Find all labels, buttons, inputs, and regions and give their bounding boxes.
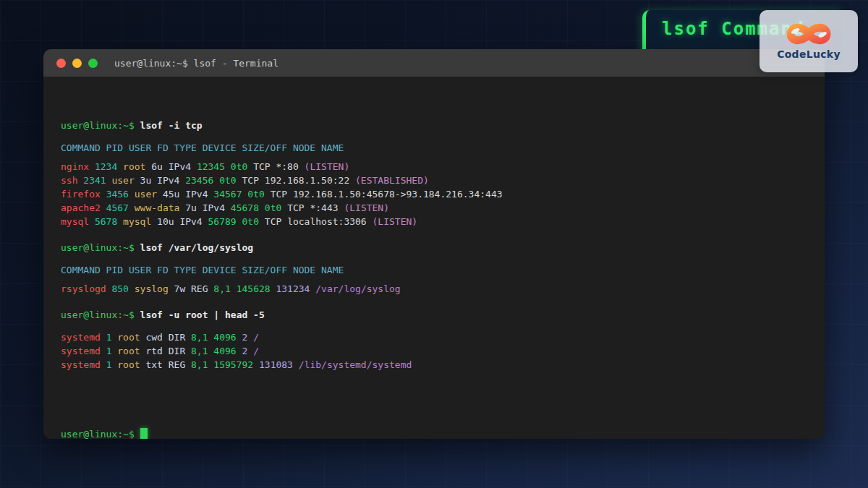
token-process: mysql: [61, 216, 89, 227]
terminal-titlebar[interactable]: user@linux:~$ lsof - Terminal: [43, 49, 825, 77]
command-text: lsof -u root | head -5: [140, 309, 265, 320]
desktop-background: lsof Command user@linux:~$ lsof - Termin…: [0, 0, 868, 488]
token-node: 2: [242, 332, 248, 343]
output-row: systemd 1 root rtd DIR 8,1 4096 2 /: [61, 344, 807, 358]
token-num: 145628: [237, 283, 271, 294]
token-fd: cwd: [145, 332, 162, 343]
token-status: (LISTEN): [305, 161, 350, 172]
codelucky-infinity-logo-icon: [773, 16, 845, 52]
token-process: nginx: [61, 161, 89, 172]
token-fd: IPv4: [169, 161, 191, 172]
token-process: firefox: [61, 189, 101, 200]
token-path: /: [253, 346, 259, 356]
token-pid: 850: [111, 283, 128, 294]
token-path: /: [253, 332, 259, 343]
token-plain: TCP: [265, 216, 281, 227]
token-node: 131083: [259, 359, 293, 370]
token-process: ssh: [61, 175, 77, 186]
token-plain: TCP: [253, 161, 270, 172]
token-user: root: [117, 346, 140, 356]
token-plain: 192.168.1.50:22: [265, 175, 349, 186]
brand-name: CodeLucky: [777, 48, 841, 60]
terminal-output: user@linux:~$ lsof -i tcpCOMMAND PID USE…: [61, 119, 807, 372]
command-line: user@linux:~$ lsof -u root | head -5: [61, 308, 807, 322]
token-user: root: [117, 332, 140, 343]
token-fd: REG: [191, 283, 208, 294]
token-fd: rtd: [145, 346, 162, 356]
terminal-section: user@linux:~$ lsof /var/log/syslogCOMMAN…: [61, 241, 807, 296]
token-user: root: [123, 161, 145, 172]
token-fd: 10u: [157, 216, 174, 227]
output-row: rsyslogd 850 syslog 7w REG 8,1 145628 13…: [61, 282, 807, 296]
output-row: systemd 1 root cwd DIR 8,1 4096 2 /: [61, 330, 807, 344]
token-user: user: [111, 175, 134, 186]
token-num: 8,1: [191, 332, 208, 343]
token-user: root: [117, 359, 140, 370]
output-row: systemd 1 root txt REG 8,1 1595792 13108…: [61, 358, 807, 372]
token-plain: *:80: [276, 161, 298, 172]
token-status: (LISTEN): [344, 202, 389, 213]
token-num: 4096: [213, 332, 236, 343]
command-text: lsof /var/log/syslog: [140, 242, 254, 253]
token-plain: *:443: [310, 202, 338, 213]
token-fd: 3u: [140, 175, 152, 186]
token-num: 4096: [213, 346, 236, 356]
terminal-content[interactable]: user@linux:~$ lsof -i tcpCOMMAND PID USE…: [43, 77, 825, 439]
shell-prompt: user@linux:~$: [61, 309, 140, 320]
token-pid: 4567: [106, 202, 129, 213]
token-plain: localhost:3306: [287, 216, 367, 227]
token-num: 34567: [213, 189, 242, 200]
token-num: 8,1: [191, 346, 208, 356]
token-plain: TCP: [271, 189, 287, 200]
token-num: 0t0: [242, 216, 259, 227]
token-fd: 7w: [174, 283, 186, 294]
codelucky-watermark: CodeLucky: [760, 10, 858, 72]
terminal-window: user@linux:~$ lsof - Terminal user@linux…: [43, 49, 825, 439]
token-num: 56789: [208, 216, 237, 227]
token-fd: IPv4: [185, 189, 208, 200]
token-fd: IPv4: [179, 216, 202, 227]
terminal-section: user@linux:~$ lsof -u root | head -5syst…: [61, 308, 807, 372]
token-num: 0t0: [219, 175, 236, 186]
shell-prompt: user@linux:~$: [61, 429, 135, 439]
token-pid: 2341: [83, 175, 106, 186]
command-line: user@linux:~$ lsof /var/log/syslog: [61, 241, 807, 254]
token-node: 2: [242, 346, 248, 356]
output-header: COMMAND PID USER FD TYPE DEVICE SIZE/OFF…: [61, 263, 807, 277]
token-pid: 1234: [95, 161, 117, 172]
token-user: mysql: [123, 216, 151, 227]
token-num: 12345: [197, 161, 225, 172]
zoom-button[interactable]: [88, 59, 98, 68]
token-fd: txt: [145, 359, 162, 370]
token-num: 0t0: [265, 202, 281, 213]
token-path: /var/log/syslog: [315, 283, 400, 294]
token-process: apache2: [61, 202, 101, 213]
minimize-button[interactable]: [72, 59, 82, 68]
token-plain: TCP: [242, 175, 259, 186]
token-fd: DIR: [169, 346, 185, 356]
token-process: systemd: [61, 332, 101, 343]
token-num: 45678: [231, 202, 259, 213]
final-prompt-line: user@linux:~$: [61, 427, 807, 439]
token-process: systemd: [61, 346, 101, 356]
token-fd: 7u: [185, 202, 197, 213]
output-row: mysql 5678 mysql 10u IPv4 56789 0t0 TCP …: [61, 215, 807, 228]
token-plain: TCP: [287, 202, 304, 213]
token-fd: IPv4: [157, 175, 179, 186]
token-user: syslog: [135, 283, 169, 294]
token-process: systemd: [61, 359, 101, 370]
token-pid: 1: [106, 359, 112, 370]
token-plain: 192.168.1.50:45678->93.184.216.34:443: [293, 189, 503, 200]
window-title: user@linux:~$ lsof - Terminal: [114, 58, 278, 69]
output-row: ssh 2341 user 3u IPv4 23456 0t0 TCP 192.…: [61, 174, 807, 187]
terminal-cursor[interactable]: [140, 428, 148, 439]
token-pid: 3456: [106, 189, 129, 200]
output-header: COMMAND PID USER FD TYPE DEVICE SIZE/OFF…: [61, 141, 807, 155]
token-node: 131234: [276, 283, 310, 294]
output-row: apache2 4567 www-data 7u IPv4 45678 0t0 …: [61, 201, 807, 215]
close-button[interactable]: [56, 59, 66, 68]
token-pid: 1: [106, 332, 112, 343]
token-fd: 6u: [151, 161, 163, 172]
token-num: 0t0: [231, 161, 247, 172]
token-status: (ESTABLISHED): [355, 175, 429, 186]
